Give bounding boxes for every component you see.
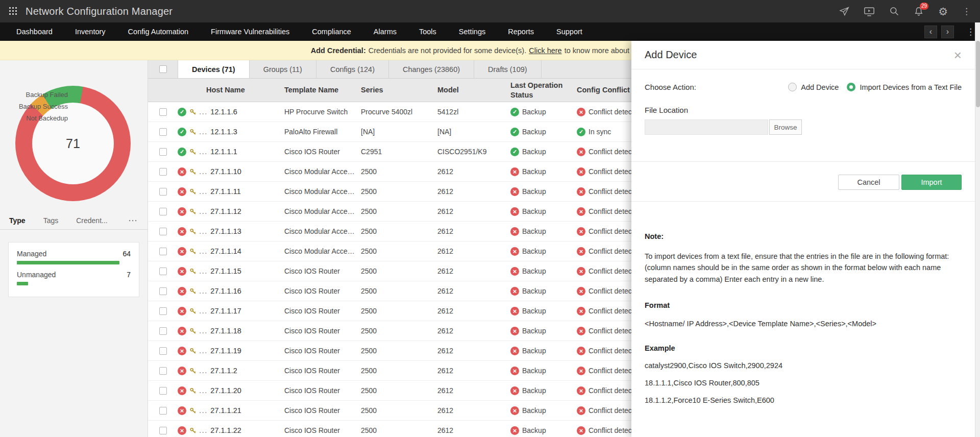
row-checkbox[interactable]: [159, 248, 167, 255]
template-name: Cisco IOS Router: [284, 261, 361, 281]
nav-item-inventory[interactable]: Inventory: [64, 22, 117, 41]
row-checkbox[interactable]: [159, 108, 167, 116]
row-checkbox[interactable]: [159, 387, 167, 395]
row-checkbox[interactable]: [159, 128, 167, 136]
device-status-ok-icon: ✓: [178, 128, 186, 136]
last-operation-status: Backup: [522, 327, 546, 335]
sidebar-tab-type[interactable]: Type: [9, 216, 36, 225]
in-sync-icon: ✓: [577, 128, 585, 136]
browse-button[interactable]: Browse: [769, 119, 802, 135]
truncated-ellipsis: ...: [199, 266, 207, 276]
sidebar-tab-credent[interactable]: Credent...: [76, 216, 118, 225]
conflict-icon: ×: [577, 207, 585, 216]
cancel-button[interactable]: Cancel: [838, 175, 899, 190]
nav-item-dashboard[interactable]: Dashboard: [5, 22, 64, 41]
row-checkbox[interactable]: [159, 268, 167, 275]
series-value: 2500: [361, 187, 437, 196]
search-icon[interactable]: [889, 6, 899, 16]
row-checkbox[interactable]: [159, 287, 167, 295]
vertical-scrollbar[interactable]: [975, 22, 980, 437]
row-checkbox[interactable]: [159, 148, 167, 156]
notifications-bell-icon[interactable]: 29: [914, 6, 924, 17]
nav-item-tools[interactable]: Tools: [408, 22, 448, 41]
app-header: Network Configuration Manager 29 ⚙ ⋮: [0, 0, 980, 22]
host-name: 27.1.1.19: [210, 347, 241, 355]
template-name: Cisco IOS Router: [284, 142, 361, 162]
row-checkbox[interactable]: [159, 168, 167, 176]
row-checkbox[interactable]: [159, 188, 167, 196]
banner-click-here-link[interactable]: Click here: [529, 46, 561, 55]
send-feedback-icon[interactable]: [839, 6, 849, 16]
series-value: 2500: [361, 327, 437, 335]
row-checkbox[interactable]: [159, 208, 167, 215]
row-checkbox[interactable]: [159, 407, 167, 415]
nav-next-icon[interactable]: ›: [941, 26, 954, 38]
conflict-icon: ×: [577, 247, 585, 256]
row-checkbox[interactable]: [159, 367, 167, 375]
choose-action-label: Choose Action:: [645, 83, 696, 91]
model-value: 2612: [437, 367, 510, 375]
tab-changes-23860[interactable]: Changes (23860): [389, 60, 474, 78]
nav-item-settings[interactable]: Settings: [448, 22, 497, 41]
tab-configs-124[interactable]: Configs (124): [316, 60, 389, 78]
radio-unselected-icon[interactable]: [788, 83, 797, 91]
sidebar-more-icon[interactable]: ⋯: [128, 215, 137, 226]
tab-drafts-109[interactable]: Drafts (109): [474, 60, 542, 78]
row-checkbox[interactable]: [159, 327, 167, 335]
select-all-checkbox[interactable]: [159, 65, 167, 73]
scrollbar-thumb[interactable]: [976, 41, 980, 107]
stat-label: Unmanaged: [17, 271, 56, 279]
tab-groups-11[interactable]: Groups (11): [250, 60, 316, 78]
template-name: PaloAlto Firewall: [284, 122, 361, 142]
host-name: 27.1.1.13: [210, 227, 241, 235]
conflict-icon: ×: [577, 367, 585, 375]
series-value: 2500: [361, 367, 437, 375]
nav-kebab-menu-icon[interactable]: ⋮: [966, 27, 975, 37]
nav-item-compliance[interactable]: Compliance: [301, 22, 362, 41]
app-title: Network Configuration Manager: [26, 6, 173, 17]
radio-option-import-devices-from-a-text-file[interactable]: Import Devices from a Text File: [847, 83, 962, 91]
host-name: 27.1.1.10: [210, 167, 241, 176]
backup-failed-icon: ×: [510, 247, 519, 256]
row-checkbox[interactable]: [159, 427, 167, 434]
demo-video-icon[interactable]: [864, 6, 875, 17]
nav-item-reports[interactable]: Reports: [497, 22, 545, 41]
settings-gear-icon[interactable]: ⚙: [938, 6, 948, 17]
tab-devices-71[interactable]: Devices (71): [178, 60, 250, 78]
row-checkbox[interactable]: [159, 228, 167, 235]
truncated-ellipsis: ...: [199, 207, 207, 216]
row-checkbox[interactable]: [159, 347, 167, 355]
panel-body: Choose Action: Add DeviceImport Devices …: [631, 69, 975, 404]
header-kebab-menu-icon[interactable]: ⋮: [962, 7, 971, 16]
radio-selected-icon[interactable]: [847, 83, 855, 91]
key-icon: [189, 427, 197, 434]
sidebar-tab-tags[interactable]: Tags: [43, 216, 69, 225]
nav-item-config-automation[interactable]: Config Automation: [117, 22, 200, 41]
template-name: Cisco IOS Router: [284, 321, 361, 341]
import-button[interactable]: Import: [901, 175, 962, 190]
nav-item-firmware-vulnerabilities[interactable]: Firmware Vulnerabilities: [200, 22, 301, 41]
key-icon: [189, 407, 197, 415]
file-row: Browse: [645, 119, 962, 135]
key-icon: [189, 268, 197, 275]
close-icon[interactable]: ×: [954, 48, 962, 62]
backup-failed-icon: ×: [510, 207, 519, 216]
radio-option-add-device[interactable]: Add Device: [788, 83, 839, 91]
device-status-error-icon: ×: [178, 227, 186, 236]
row-checkbox[interactable]: [159, 307, 167, 315]
stat-unmanaged: Unmanaged7: [17, 271, 131, 285]
nav-prev-icon[interactable]: ‹: [924, 26, 937, 38]
nav-item-support[interactable]: Support: [545, 22, 594, 41]
template-name: Cisco IOS Router: [284, 361, 361, 381]
apps-grid-icon[interactable]: [9, 7, 17, 15]
host-name: 27.1.1.15: [210, 267, 241, 275]
file-location-input[interactable]: [645, 119, 768, 135]
truncated-ellipsis: ...: [199, 426, 207, 435]
series-value: 2500: [361, 167, 437, 176]
file-location-block: File Location Browse: [645, 106, 962, 135]
last-operation-status: Backup: [522, 227, 546, 235]
last-operation-status: Backup: [522, 287, 546, 295]
conflict-icon: ×: [577, 307, 585, 315]
nav-item-alarms[interactable]: Alarms: [362, 22, 408, 41]
host-name: 27.1.1.20: [210, 386, 241, 395]
